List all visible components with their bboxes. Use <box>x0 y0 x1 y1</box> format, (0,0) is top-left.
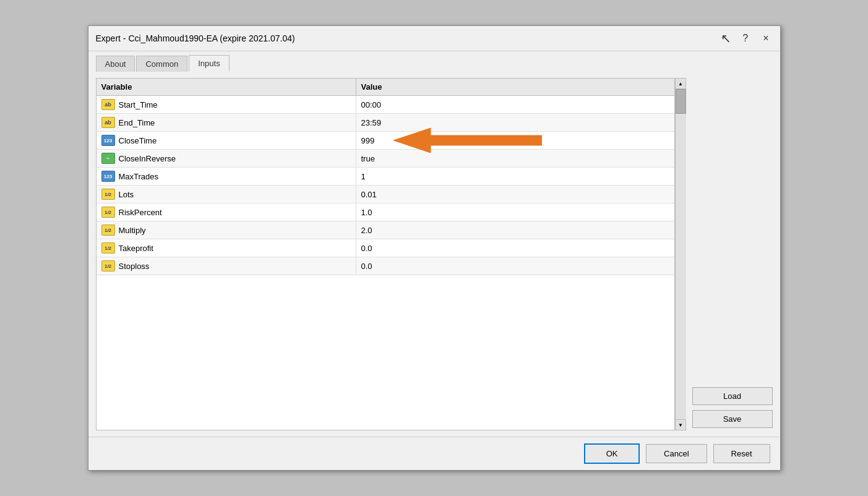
dialog-window: Expert - Cci_Mahmoud1990-EA (expire 2021… <box>88 25 781 471</box>
type-icon: 123 <box>101 171 115 182</box>
value-text: 2.0 <box>361 226 372 235</box>
cell-value: 23:59 <box>356 114 674 131</box>
side-buttons: Load Save <box>692 78 773 430</box>
window-title: Expert - Cci_Mahmoud1990-EA (expire 2021… <box>96 33 295 43</box>
variable-name: Stoploss <box>119 262 150 271</box>
cell-variable: 123CloseTime <box>97 132 356 149</box>
value-text: 999 <box>361 136 375 145</box>
table-row[interactable]: ~CloseInReversetrue <box>97 150 674 168</box>
scroll-up-btn[interactable]: ▲ <box>675 78 686 89</box>
tab-about[interactable]: About <box>96 56 135 72</box>
save-button[interactable]: Save <box>692 410 773 428</box>
value-text: 00:00 <box>361 100 382 109</box>
table-body: abStart_Time00:00abEnd_Time23:59123Close… <box>97 96 674 430</box>
variable-name: RiskPercent <box>119 208 162 217</box>
cursor-icon: ↖ <box>721 31 731 46</box>
tab-common[interactable]: Common <box>136 56 187 72</box>
title-bar: Expert - Cci_Mahmoud1990-EA (expire 2021… <box>88 26 780 51</box>
value-text: 0.01 <box>361 190 377 199</box>
load-button[interactable]: Load <box>692 387 773 405</box>
table-row[interactable]: 1/2Lots0.01 <box>97 186 674 203</box>
cell-value: 999 <box>356 132 674 149</box>
cell-value: 2.0 <box>356 221 674 239</box>
cell-variable: 1/2RiskPercent <box>97 203 356 221</box>
svg-marker-0 <box>393 128 542 153</box>
scroll-thumb[interactable] <box>676 89 686 114</box>
table-row[interactable]: 1/2Takeprofit0.0 <box>97 239 674 257</box>
cell-value: 1.0 <box>356 203 674 221</box>
variable-name: Start_Time <box>119 100 158 109</box>
cell-value: 0.0 <box>356 257 674 275</box>
type-icon: 1/2 <box>101 260 115 272</box>
inputs-table: Variable Value abStart_Time00:00abEnd_Ti… <box>96 78 675 430</box>
cell-variable: ~CloseInReverse <box>97 150 356 167</box>
type-icon: 1/2 <box>101 224 115 236</box>
cell-value: true <box>356 150 674 167</box>
value-text: 1 <box>361 172 366 181</box>
table-row[interactable]: 1/2Multiply2.0 <box>97 221 674 239</box>
title-bar-right: ↖ ? × <box>721 31 772 46</box>
table-section: Variable Value abStart_Time00:00abEnd_Ti… <box>96 78 686 430</box>
type-icon: 123 <box>101 135 115 146</box>
cell-variable: abStart_Time <box>97 96 356 113</box>
cell-variable: 1/2Takeprofit <box>97 239 356 257</box>
bottom-bar: OK Cancel Reset <box>88 437 780 470</box>
type-icon: ~ <box>101 153 115 164</box>
cell-variable: 1/2Stoploss <box>97 257 356 275</box>
table-row[interactable]: 123MaxTrades1 <box>97 168 674 186</box>
help-button[interactable]: ? <box>739 32 752 45</box>
reset-button[interactable]: Reset <box>713 444 770 463</box>
type-icon: 1/2 <box>101 189 115 200</box>
variable-name: CloseInReverse <box>119 154 176 163</box>
table-row[interactable]: 123CloseTime999 <box>97 132 674 150</box>
table-row[interactable]: 1/2Stoploss0.0 <box>97 257 674 275</box>
scrollbar[interactable]: ▲ ▼ <box>675 78 686 430</box>
cell-value: 1 <box>356 168 674 185</box>
cell-variable: 1/2Lots <box>97 186 356 203</box>
header-value: Value <box>356 79 674 95</box>
scroll-down-btn[interactable]: ▼ <box>675 419 686 430</box>
type-icon: 1/2 <box>101 207 115 218</box>
content-area: Variable Value abStart_Time00:00abEnd_Ti… <box>88 72 780 437</box>
tab-inputs[interactable]: Inputs <box>189 55 229 72</box>
title-bar-left: Expert - Cci_Mahmoud1990-EA (expire 2021… <box>96 33 295 43</box>
header-variable: Variable <box>97 79 356 95</box>
cell-value: 0.01 <box>356 186 674 203</box>
table-row[interactable]: abStart_Time00:00 <box>97 96 674 114</box>
cancel-button[interactable]: Cancel <box>646 444 707 463</box>
table-row[interactable]: 1/2RiskPercent1.0 <box>97 203 674 221</box>
cell-variable: 1/2Multiply <box>97 221 356 239</box>
ok-button[interactable]: OK <box>584 443 640 464</box>
type-icon: ab <box>101 117 115 128</box>
variable-name: CloseTime <box>119 136 157 145</box>
cell-variable: abEnd_Time <box>97 114 356 131</box>
variable-name: Lots <box>119 190 134 199</box>
cell-variable: 123MaxTrades <box>97 168 356 185</box>
cell-value: 0.0 <box>356 239 674 257</box>
table-header: Variable Value <box>97 79 674 96</box>
value-text: true <box>361 154 375 163</box>
value-text: 1.0 <box>361 208 372 217</box>
tab-bar: About Common Inputs <box>88 51 780 72</box>
scroll-track[interactable] <box>676 89 686 419</box>
type-icon: 1/2 <box>101 242 115 254</box>
variable-name: MaxTrades <box>119 172 159 181</box>
type-icon: ab <box>101 99 115 110</box>
value-text: 0.0 <box>361 244 372 253</box>
cell-value: 00:00 <box>356 96 674 113</box>
value-text: 23:59 <box>361 118 382 127</box>
variable-name: Multiply <box>119 226 146 235</box>
variable-name: Takeprofit <box>119 244 153 253</box>
table-row[interactable]: abEnd_Time23:59 <box>97 114 674 132</box>
close-button[interactable]: × <box>759 32 772 45</box>
value-text: 0.0 <box>361 262 372 271</box>
variable-name: End_Time <box>119 118 155 127</box>
